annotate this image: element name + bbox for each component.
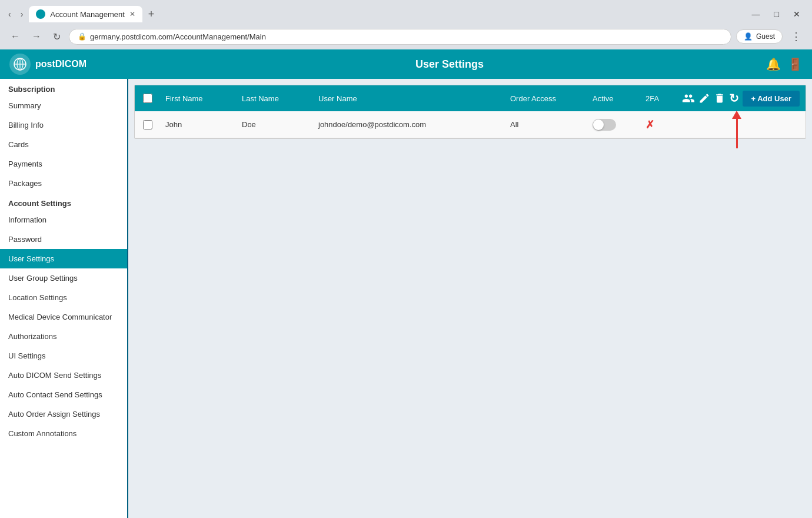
sidebar-item-auto-contact[interactable]: Auto Contact Send Settings [0, 385, 127, 404]
table-header-row: First Name Last Name User Name Order Acc… [135, 85, 806, 111]
header-checkbox-cell [135, 94, 161, 103]
sidebar-item-authorizations[interactable]: Authorizations [0, 327, 127, 346]
refresh-icon[interactable]: ↻ [729, 90, 739, 107]
sidebar-item-payments[interactable]: Payments [0, 154, 127, 174]
guest-icon: 👤 [744, 32, 753, 41]
edit-icon[interactable] [698, 90, 710, 107]
logo-icon [9, 54, 31, 75]
col-2fa: 2FA [641, 94, 688, 103]
delete-icon[interactable] [714, 90, 726, 107]
tab-close-button[interactable]: ✕ [129, 10, 135, 18]
tab-title: Account Management [50, 10, 124, 19]
reload-button[interactable]: ↻ [49, 29, 64, 45]
logo-text: postDICOM [35, 59, 86, 69]
table-row: John Doe johndoe/demo@postdicom.com All … [135, 111, 806, 138]
sidebar-item-summary[interactable]: Summary [0, 96, 127, 115]
col-order-access: Order Access [505, 94, 588, 103]
sidebar-item-packages[interactable]: Packages [0, 174, 127, 193]
select-all-checkbox[interactable] [143, 94, 152, 103]
users-table: First Name Last Name User Name Order Acc… [134, 85, 806, 139]
logout-icon[interactable]: 🚪 [788, 57, 803, 71]
page-title: User Settings [133, 58, 766, 71]
cell-active [588, 119, 641, 131]
lock-icon: 🔒 [78, 32, 86, 41]
row-checkbox-cell [135, 120, 161, 130]
add-user-button[interactable]: + Add User [743, 91, 800, 107]
col-first-name: First Name [161, 94, 237, 103]
cell-first-name: John [161, 120, 237, 129]
cell-last-name: Doe [237, 120, 314, 129]
sidebar-item-user-settings[interactable]: User Settings [0, 249, 127, 268]
table-wrapper: First Name Last Name User Name Order Acc… [134, 85, 806, 139]
row-checkbox[interactable] [143, 120, 152, 130]
maximize-button[interactable]: □ [770, 8, 784, 20]
col-last-name: Last Name [237, 94, 314, 103]
cell-2fa: ✗ [641, 118, 688, 131]
notification-icon[interactable]: 🔔 [766, 57, 781, 71]
toggle-knob [593, 119, 604, 130]
sidebar-item-location-settings[interactable]: Location Settings [0, 288, 127, 307]
back-button[interactable]: ← [7, 29, 24, 44]
sidebar-item-custom-annotations[interactable]: Custom Annotations [0, 424, 127, 443]
address-bar[interactable]: 🔒 germany.postdicom.com/AccountManagemen… [69, 29, 731, 45]
sidebar-item-medical-device[interactable]: Medical Device Communicator [0, 307, 127, 327]
sidebar-item-user-group-settings[interactable]: User Group Settings [0, 268, 127, 288]
browser-menu-button[interactable]: ⋮ [787, 28, 805, 45]
app-header: postDICOM User Settings 🔔 🚪 [0, 49, 812, 79]
active-toggle[interactable] [593, 119, 616, 131]
sidebar-item-password[interactable]: Password [0, 230, 127, 249]
sidebar-item-information[interactable]: Information [0, 210, 127, 230]
guest-label: Guest [756, 32, 775, 41]
cell-user-name: johndoe/demo@postdicom.com [314, 120, 505, 129]
forward-button[interactable]: → [28, 29, 45, 44]
sidebar-item-auto-order[interactable]: Auto Order Assign Settings [0, 404, 127, 424]
sidebar-item-billing-info[interactable]: Billing Info [0, 115, 127, 135]
cell-order-access: All [505, 120, 588, 129]
new-tab-button[interactable]: + [145, 7, 158, 22]
subscription-section-label: Subscription [0, 79, 127, 96]
header-actions: ↻ + Add User [688, 90, 806, 107]
manage-users-icon[interactable] [682, 90, 695, 107]
sidebar: Subscription Summary Billing Info Cards … [0, 79, 128, 518]
guest-button[interactable]: 👤 Guest [736, 29, 783, 44]
sidebar-item-cards[interactable]: Cards [0, 135, 127, 154]
close-window-button[interactable]: ✕ [788, 8, 805, 20]
tab-favicon [36, 9, 45, 19]
col-user-name: User Name [314, 94, 505, 103]
minimize-button[interactable]: — [747, 8, 765, 20]
forward-tab-arrow[interactable]: › [17, 7, 27, 21]
sidebar-item-auto-dicom[interactable]: Auto DICOM Send Settings [0, 366, 127, 385]
col-active: Active [588, 94, 641, 103]
active-tab[interactable]: Account Management ✕ [29, 6, 142, 22]
account-settings-section-label: Account Settings [0, 193, 127, 210]
sidebar-item-ui-settings[interactable]: UI Settings [0, 346, 127, 366]
address-text: germany.postdicom.com/AccountManagement/… [90, 32, 723, 41]
content-area: First Name Last Name User Name Order Acc… [128, 79, 812, 518]
back-tab-arrow[interactable]: ‹ [5, 7, 15, 21]
2fa-disabled-icon: ✗ [645, 118, 654, 131]
logo-area: postDICOM [9, 54, 133, 75]
